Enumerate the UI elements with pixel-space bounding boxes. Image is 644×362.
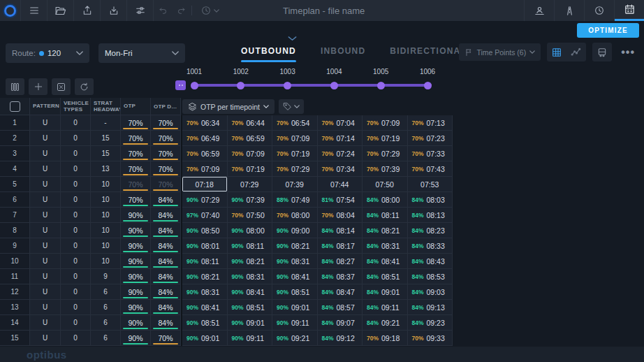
departure-time-cell[interactable]: 70%07:14 xyxy=(318,131,363,146)
departure-time-cell[interactable]: 90%09:21 xyxy=(272,331,318,346)
otp-destination-cell[interactable]: 70% xyxy=(151,161,181,177)
departure-time-cell[interactable]: 70%06:54 xyxy=(272,115,318,131)
departure-time-cell[interactable]: 84%08:43 xyxy=(408,254,453,269)
departure-time-cell[interactable]: 90%08:41 xyxy=(182,300,228,315)
pattern-cell[interactable]: U xyxy=(30,238,61,254)
departure-time-cell[interactable]: 88%07:49 xyxy=(272,192,318,208)
pattern-cell[interactable]: U xyxy=(30,269,61,284)
departure-time-cell[interactable]: 70%06:59 xyxy=(182,146,228,161)
departure-time-cell[interactable]: 90%09:00 xyxy=(272,223,318,238)
headway-cell[interactable]: 10 xyxy=(91,238,121,254)
headway-cell[interactable]: 10 xyxy=(91,192,121,208)
row-number-cell[interactable]: 4 xyxy=(0,161,30,177)
row-number-cell[interactable]: 11 xyxy=(0,269,30,284)
departure-time-cell[interactable]: 07:29 xyxy=(228,177,273,192)
departure-time-cell[interactable]: 84%08:51 xyxy=(363,269,408,284)
otp-destination-cell[interactable]: 70% xyxy=(151,177,181,192)
departure-time-cell[interactable]: 84%08:33 xyxy=(408,238,453,254)
otp-cell[interactable]: 90% xyxy=(121,223,151,238)
row-number-cell[interactable]: 2 xyxy=(0,131,30,146)
departure-time-cell[interactable]: 70%06:34 xyxy=(182,115,228,131)
departure-time-cell[interactable]: 84%09:21 xyxy=(363,315,408,331)
pattern-cell[interactable]: U xyxy=(30,177,61,192)
otp-destination-cell[interactable]: 70% xyxy=(151,131,181,146)
departure-time-cell[interactable]: 07:44 xyxy=(318,177,363,192)
otp-cell[interactable]: 70% xyxy=(121,115,151,131)
vehicle-types-cell[interactable]: 0 xyxy=(61,300,91,315)
departure-time-cell[interactable]: 97%07:40 xyxy=(182,208,228,223)
export-excel-button[interactable] xyxy=(52,78,71,95)
otp-destination-cell[interactable]: 84% xyxy=(151,238,181,254)
headway-cell[interactable]: 13 xyxy=(91,161,121,177)
pattern-cell[interactable]: U xyxy=(30,161,61,177)
otp-cell[interactable]: 70% xyxy=(121,161,151,177)
undo-icon[interactable] xyxy=(154,0,172,21)
row-number-cell[interactable]: 13 xyxy=(0,300,30,315)
crew-icon[interactable] xyxy=(525,0,555,21)
service-day-select[interactable]: Mon-Fri xyxy=(98,43,185,63)
departure-time-cell[interactable]: 90%08:31 xyxy=(272,254,318,269)
header-otp-destination[interactable]: OTP DESTINA... xyxy=(151,98,181,115)
departure-time-cell[interactable]: 90%08:21 xyxy=(182,269,228,284)
pattern-cell[interactable]: U xyxy=(30,315,61,331)
departure-time-cell[interactable]: 90%08:50 xyxy=(182,223,228,238)
otp-cell[interactable]: 90% xyxy=(121,331,151,346)
row-number-cell[interactable]: 3 xyxy=(0,146,30,161)
row-number-cell[interactable]: 15 xyxy=(0,331,30,346)
history-icon[interactable] xyxy=(193,0,226,21)
otp-cell[interactable]: 90% xyxy=(121,315,151,331)
columns-button[interactable] xyxy=(6,78,24,95)
row-number-cell[interactable]: 7 xyxy=(0,208,30,223)
otp-cell[interactable]: 90% xyxy=(121,254,151,269)
departure-time-cell[interactable]: 70%07:43 xyxy=(408,161,453,177)
departure-time-cell[interactable]: 90%08:21 xyxy=(228,254,273,269)
departure-time-cell[interactable]: 84%08:11 xyxy=(363,208,408,223)
row-number-cell[interactable]: 10 xyxy=(0,254,30,269)
departure-time-cell[interactable]: 70%06:59 xyxy=(228,131,273,146)
vehicle-types-cell[interactable]: 0 xyxy=(61,331,91,346)
departure-time-cell[interactable]: 90%08:41 xyxy=(228,284,273,300)
headway-cell[interactable]: 15 xyxy=(91,146,121,161)
otp-destination-cell[interactable]: 84% xyxy=(151,192,181,208)
departure-time-cell[interactable]: 84%08:23 xyxy=(408,223,453,238)
otp-cell[interactable]: 90% xyxy=(121,284,151,300)
otp-cell[interactable]: 90% xyxy=(121,208,151,223)
departure-time-cell[interactable]: 70%08:04 xyxy=(318,208,363,223)
departure-time-cell[interactable]: 07:18 xyxy=(182,177,228,192)
departure-time-cell[interactable]: 07:53 xyxy=(408,177,453,192)
departure-time-cell[interactable]: 90%08:31 xyxy=(182,284,228,300)
departure-time-cell[interactable]: 84%08:17 xyxy=(318,238,363,254)
road-icon[interactable] xyxy=(555,0,585,21)
pattern-cell[interactable]: U xyxy=(30,115,61,131)
departure-time-cell[interactable]: 70%07:24 xyxy=(318,146,363,161)
otp-cell[interactable]: 70% xyxy=(121,131,151,146)
otp-cell[interactable]: 70% xyxy=(121,146,151,161)
departure-time-cell[interactable]: 84%08:21 xyxy=(363,223,408,238)
row-number-cell[interactable]: 5 xyxy=(0,177,30,192)
departure-time-cell[interactable]: 90%09:01 xyxy=(228,315,273,331)
departure-time-cell[interactable]: 70%07:09 xyxy=(363,115,408,131)
departure-time-cell[interactable]: 70%07:29 xyxy=(272,161,318,177)
departure-time-cell[interactable]: 90%08:00 xyxy=(228,223,273,238)
headway-cell[interactable]: 15 xyxy=(91,131,121,146)
vehicle-types-cell[interactable]: 0 xyxy=(61,223,91,238)
menu-icon[interactable] xyxy=(21,0,47,21)
departure-time-cell[interactable]: 90%08:11 xyxy=(182,254,228,269)
departure-time-cell[interactable]: 90%09:01 xyxy=(272,300,318,315)
vehicle-types-cell[interactable]: 0 xyxy=(61,284,91,300)
departure-time-cell[interactable]: 84%08:53 xyxy=(408,269,453,284)
headway-cell[interactable]: - xyxy=(91,115,121,131)
departure-time-cell[interactable]: 70%06:49 xyxy=(182,131,228,146)
departure-time-cell[interactable]: 70%06:44 xyxy=(228,115,273,131)
otp-destination-cell[interactable]: 84% xyxy=(151,284,181,300)
departure-time-cell[interactable]: 07:39 xyxy=(272,177,318,192)
departure-time-cell[interactable]: 70%07:33 xyxy=(408,146,453,161)
select-all-checkbox[interactable] xyxy=(10,101,20,112)
headway-cell[interactable]: 6 xyxy=(91,284,121,300)
departure-time-cell[interactable]: 90%09:11 xyxy=(272,315,318,331)
departure-time-cell[interactable]: 70%07:04 xyxy=(318,115,363,131)
departure-time-cell[interactable]: 84%09:12 xyxy=(318,331,363,346)
import-icon[interactable] xyxy=(101,0,127,21)
otp-mode-dropdown[interactable]: OTP per timepoint xyxy=(182,99,275,114)
vehicle-types-cell[interactable]: 0 xyxy=(61,254,91,269)
